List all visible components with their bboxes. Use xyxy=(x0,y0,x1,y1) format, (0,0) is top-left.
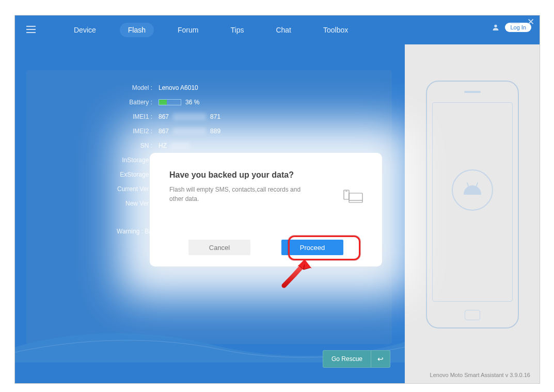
proceed-button[interactable]: Proceed xyxy=(281,240,343,255)
label-imei1: IMEI1 : xyxy=(26,113,159,120)
nav-tips[interactable]: Tips xyxy=(222,23,252,37)
hamburger-icon[interactable] xyxy=(26,26,36,33)
close-button[interactable]: ✕ xyxy=(527,17,534,27)
label-battery: Battery : xyxy=(26,99,159,106)
label-exstorage: ExStorage : xyxy=(26,171,159,178)
version-text: Lenovo Moto Smart Assistant v 3.9.0.16 xyxy=(430,372,530,378)
svg-rect-3 xyxy=(344,190,349,199)
value-imei2: 867000000000889 xyxy=(159,128,220,135)
user-icon xyxy=(492,23,500,32)
row-battery: Battery : 36 % xyxy=(26,95,392,109)
label-imei2: IMEI2 : xyxy=(26,128,159,135)
phone-outline-illustration xyxy=(426,81,519,328)
nav-device[interactable]: Device xyxy=(66,23,104,37)
modal-buttons: Cancel Proceed xyxy=(150,240,382,255)
value-imei1: 867000000000871 xyxy=(159,113,220,120)
label-sn: SN : xyxy=(26,142,159,149)
battery-bar-icon xyxy=(159,99,181,105)
nav-toolbox[interactable]: Toolbox xyxy=(315,23,356,37)
label-currentver: Current Ver : xyxy=(26,185,159,193)
value-battery: 36 % xyxy=(159,99,199,106)
cancel-button[interactable]: Cancel xyxy=(188,240,250,255)
top-bar: Device Flash Forum Tips Chat Toolbox Log… xyxy=(15,15,540,44)
label-instorage: InStorage : xyxy=(26,156,159,164)
value-model: Lenovo A6010 xyxy=(159,84,198,91)
modal-body: Flash will empty SMS, contacts,call reco… xyxy=(169,185,314,203)
go-rescue-button[interactable]: Go Rescue ↩ xyxy=(323,350,390,368)
modal-title: Have you backed up your data? xyxy=(169,170,362,180)
label-model: Model : xyxy=(26,84,159,91)
row-model: Model : Lenovo A6010 xyxy=(26,81,392,95)
devices-icon xyxy=(343,189,363,207)
side-column: Lenovo Moto Smart Assistant v 3.9.0.16 xyxy=(405,44,540,383)
label-newver: New Ver : xyxy=(26,200,159,207)
android-icon xyxy=(452,169,493,211)
go-rescue-label: Go Rescue xyxy=(323,351,371,367)
value-sn: HZ00000 xyxy=(159,142,190,149)
svg-point-0 xyxy=(495,25,497,27)
enter-icon: ↩ xyxy=(371,351,390,367)
minimize-button[interactable]: — xyxy=(511,18,520,28)
main-nav: Device Flash Forum Tips Chat Toolbox xyxy=(66,23,356,37)
nav-flash[interactable]: Flash xyxy=(120,23,154,37)
backup-confirm-modal: Have you backed up your data? Flash will… xyxy=(150,153,382,266)
warning-label: Warning : Ba xyxy=(26,228,159,235)
battery-percent-text: 36 % xyxy=(185,99,199,106)
nav-forum[interactable]: Forum xyxy=(169,23,207,37)
nav-chat[interactable]: Chat xyxy=(267,23,299,37)
row-sn: SN : HZ00000 xyxy=(26,138,392,153)
svg-rect-1 xyxy=(349,193,362,202)
row-imei2: IMEI2 : 867000000000889 xyxy=(26,124,392,138)
row-imei1: IMEI1 : 867000000000871 xyxy=(26,109,392,124)
